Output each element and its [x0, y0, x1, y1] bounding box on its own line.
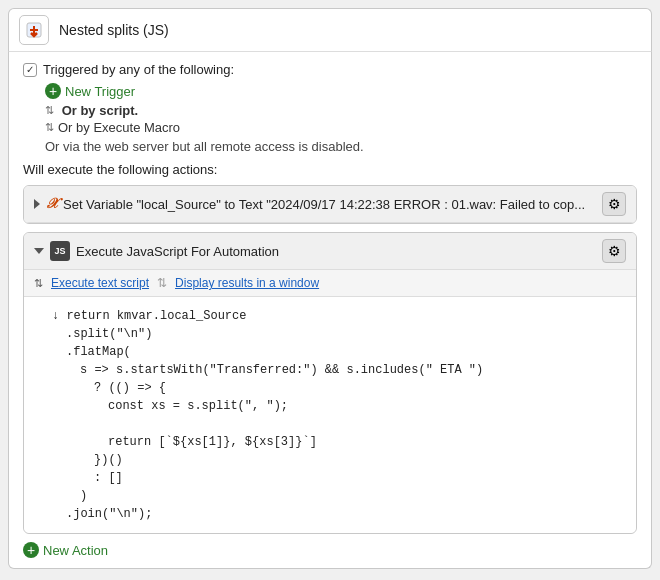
code-text-11: .join("\n"); [66, 505, 152, 523]
code-area: ↓ return kmvar.local_Source .split("\n")… [24, 297, 636, 533]
updown-icon-2: ⇅ [45, 121, 54, 134]
set-variable-gear-button[interactable]: ⚙ [602, 192, 626, 216]
macro-title: Nested splits (JS) [59, 22, 169, 38]
code-line-10: ) [80, 487, 622, 505]
trigger-item-script[interactable]: ⇅ Or by script. [45, 103, 637, 118]
code-line-8: })() [94, 451, 622, 469]
code-line-7: return [`${xs[1]}, ${xs[3]}`] [108, 433, 622, 451]
new-action-label: New Action [43, 543, 108, 558]
code-line-11: .join("\n"); [66, 505, 622, 523]
display-results-link[interactable]: Display results in a window [175, 276, 319, 290]
trigger-header-label: Triggered by any of the following: [43, 62, 234, 77]
code-text-1: ↓ return kmvar.local_Source [52, 307, 246, 325]
code-text-8: })() [94, 451, 123, 469]
set-variable-toggle[interactable] [34, 199, 40, 209]
code-text-4: s => s.startsWith("Transferred:") && s.i… [80, 361, 483, 379]
code-text-10: ) [80, 487, 87, 505]
code-line-1: ↓ return kmvar.local_Source [52, 307, 622, 325]
trigger-script-label: Or by script. [58, 103, 138, 118]
js-icon: JS [50, 241, 70, 261]
code-text-9: : [] [94, 469, 123, 487]
js-action: JS Execute JavaScript For Automation ⚙ ⇅… [23, 232, 637, 534]
code-line-blank [38, 415, 622, 433]
js-subheader-arrows: ⇅ [34, 277, 43, 290]
execute-text-script-link[interactable]: Execute text script [51, 276, 149, 290]
set-variable-header-left: 𝒳 Set Variable "local_Source" to Text "2… [34, 196, 585, 212]
code-text-6: const xs = s.split(", "); [108, 397, 288, 415]
updown-icon: ⇅ [45, 104, 54, 117]
code-line-2: .split("\n") [66, 325, 622, 343]
js-action-header-left: JS Execute JavaScript For Automation [34, 241, 279, 261]
new-trigger-button[interactable]: + New Trigger [45, 83, 637, 99]
code-line-5: ? (() => { [94, 379, 622, 397]
code-line-9: : [] [94, 469, 622, 487]
code-line-3: .flatMap( [66, 343, 622, 361]
trigger-header: Triggered by any of the following: [23, 62, 637, 77]
subheader-separator: ⇅ [157, 276, 167, 290]
code-text-5: ? (() => { [94, 379, 166, 397]
new-action-button[interactable]: + New Action [23, 542, 637, 558]
trigger-section: Triggered by any of the following: + New… [23, 62, 637, 154]
js-action-title: Execute JavaScript For Automation [76, 244, 279, 259]
via-text: Or via the web server but all remote acc… [45, 139, 637, 154]
main-container: Nested splits (JS) Triggered by any of t… [0, 0, 660, 577]
js-action-header: JS Execute JavaScript For Automation ⚙ [24, 233, 636, 270]
js-subheader: ⇅ Execute text script ⇅ Display results … [24, 270, 636, 297]
code-text-3: .flatMap( [66, 343, 131, 361]
code-text-7: return [`${xs[1]}, ${xs[3]}`] [108, 433, 317, 451]
new-action-plus-icon: + [23, 542, 39, 558]
trigger-macro-label: Or by Execute Macro [58, 120, 180, 135]
set-variable-action: 𝒳 Set Variable "local_Source" to Text "2… [23, 185, 637, 224]
triggered-checkbox[interactable] [23, 63, 37, 77]
new-trigger-label: New Trigger [65, 84, 135, 99]
code-line-6: const xs = s.split(", "); [108, 397, 622, 415]
new-trigger-plus-icon: + [45, 83, 61, 99]
code-line-4: s => s.startsWith("Transferred:") && s.i… [80, 361, 622, 379]
title-bar: Nested splits (JS) [8, 8, 652, 52]
js-action-gear-button[interactable]: ⚙ [602, 239, 626, 263]
js-action-toggle[interactable] [34, 248, 44, 254]
macro-icon [19, 15, 49, 45]
will-execute-label: Will execute the following actions: [23, 162, 637, 177]
content-area: Triggered by any of the following: + New… [8, 52, 652, 569]
set-variable-title: Set Variable "local_Source" to Text "202… [63, 197, 585, 212]
set-variable-x-icon: 𝒳 [46, 196, 57, 212]
set-variable-header: 𝒳 Set Variable "local_Source" to Text "2… [24, 186, 636, 223]
code-text-2: .split("\n") [66, 325, 152, 343]
trigger-item-macro[interactable]: ⇅ Or by Execute Macro [45, 120, 637, 135]
